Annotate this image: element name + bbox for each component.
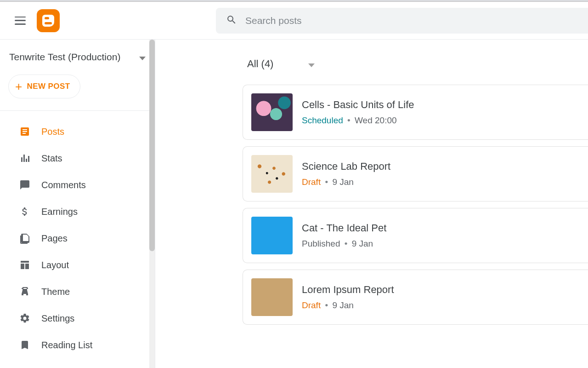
app-header [0, 2, 588, 40]
sidebar-item-label: Posts [41, 126, 64, 137]
hamburger-icon [15, 17, 26, 25]
post-meta: Published • 9 Jan [302, 239, 386, 249]
blogger-logo-glyph [42, 15, 54, 27]
chevron-down-icon [308, 58, 315, 70]
post-card[interactable]: Cells - Basic Units of LifeScheduled • W… [243, 85, 588, 140]
sidebar-item-earnings[interactable]: Earnings [0, 198, 142, 225]
post-thumbnail [251, 278, 293, 316]
new-post-label: NEW POST [27, 82, 70, 91]
blog-name: Tenwrite Test (Production) [9, 52, 120, 63]
sidebar-scrollbar-thumb[interactable] [149, 40, 155, 251]
sidebar-item-stats[interactable]: Stats [0, 145, 142, 172]
post-status: Scheduled [302, 115, 343, 125]
blogger-logo[interactable] [37, 9, 60, 32]
sidebar-item-label: Layout [41, 260, 69, 270]
posts-filter[interactable]: All (4) [243, 40, 588, 85]
post-title: Science Lab Report [302, 161, 390, 172]
post-status: Draft [302, 300, 321, 310]
sidebar-item-posts[interactable]: Posts [0, 118, 142, 145]
earnings-icon [18, 206, 31, 217]
main-content: All (4) Cells - Basic Units of LifeSched… [155, 40, 588, 368]
post-date: 9 Jan [352, 239, 373, 248]
chevron-down-icon [139, 52, 146, 63]
sidebar-item-comments[interactable]: Comments [0, 172, 142, 198]
post-meta: Draft • 9 Jan [302, 300, 394, 310]
sidebar-nav: PostsStatsCommentsEarningsPagesLayoutThe… [0, 111, 155, 358]
sidebar-item-reading-list[interactable]: Reading List [0, 332, 142, 358]
main-menu-button[interactable] [9, 10, 31, 32]
posts-icon [18, 126, 31, 137]
sidebar-item-theme[interactable]: Theme [0, 278, 142, 305]
separator-dot: • [322, 300, 330, 310]
post-thumbnail [251, 217, 293, 254]
sidebar-item-label: Stats [41, 153, 62, 164]
sidebar-item-label: Theme [41, 287, 70, 297]
post-thumbnail [251, 155, 293, 193]
post-date: 9 Jan [332, 177, 353, 187]
plus-icon: + [15, 80, 23, 92]
post-info: Cells - Basic Units of LifeScheduled • W… [302, 99, 414, 126]
post-card[interactable]: Cat - The Ideal PetPublished • 9 Jan [243, 208, 588, 263]
sidebar-item-label: Settings [41, 313, 74, 324]
pages-icon [18, 233, 31, 244]
layout-icon [18, 259, 31, 270]
settings-icon [18, 313, 31, 324]
comments-icon [18, 179, 31, 190]
sidebar-item-label: Reading List [41, 340, 92, 351]
filter-label: All (4) [247, 58, 273, 70]
post-title: Lorem Ipsum Report [302, 284, 394, 296]
post-card[interactable]: Lorem Ipsum ReportDraft • 9 Jan [243, 270, 588, 325]
post-info: Science Lab ReportDraft • 9 Jan [302, 161, 390, 187]
post-title: Cat - The Ideal Pet [302, 222, 386, 234]
sidebar-item-pages[interactable]: Pages [0, 225, 142, 252]
post-date: 9 Jan [332, 300, 353, 310]
post-card[interactable]: Science Lab ReportDraft • 9 Jan [243, 146, 588, 201]
blog-selector[interactable]: Tenwrite Test (Production) [0, 40, 155, 71]
sidebar-item-layout[interactable]: Layout [0, 252, 142, 278]
post-info: Lorem Ipsum ReportDraft • 9 Jan [302, 284, 394, 310]
separator-dot: • [322, 177, 330, 187]
search-icon [226, 14, 237, 27]
post-meta: Scheduled • Wed 20:00 [302, 115, 414, 126]
post-status: Published [302, 239, 340, 248]
search-bar[interactable] [216, 8, 588, 34]
sidebar-scrollbar-track[interactable] [149, 40, 155, 368]
post-info: Cat - The Ideal PetPublished • 9 Jan [302, 222, 386, 249]
separator-dot: • [342, 239, 350, 248]
sidebar-item-settings[interactable]: Settings [0, 305, 142, 332]
new-post-button[interactable]: + NEW POST [8, 75, 80, 98]
sidebar-item-label: Comments [41, 180, 86, 190]
post-date: Wed 20:00 [355, 115, 397, 125]
post-title: Cells - Basic Units of Life [302, 99, 414, 111]
post-status: Draft [302, 177, 321, 187]
separator-dot: • [345, 115, 353, 125]
post-thumbnail [251, 93, 293, 131]
post-meta: Draft • 9 Jan [302, 177, 390, 187]
stats-icon [18, 153, 31, 164]
readinglist-icon [18, 339, 31, 351]
posts-list: Cells - Basic Units of LifeScheduled • W… [243, 85, 588, 325]
theme-icon [18, 286, 31, 297]
sidebar: Tenwrite Test (Production) + NEW POST Po… [0, 40, 155, 368]
sidebar-item-label: Pages [41, 233, 68, 244]
search-input[interactable] [245, 15, 583, 26]
sidebar-item-label: Earnings [41, 207, 78, 217]
